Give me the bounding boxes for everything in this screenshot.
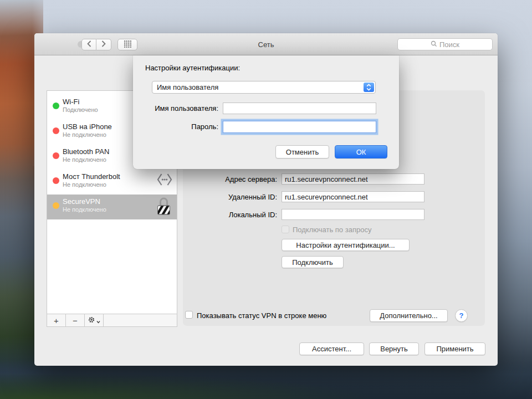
item-name: Bluetooth PAN bbox=[63, 147, 109, 156]
gear-icon bbox=[88, 316, 95, 325]
show-vpn-status-checkbox[interactable] bbox=[185, 311, 193, 319]
vpn-lock-icon bbox=[156, 197, 171, 218]
action-menu-button[interactable] bbox=[85, 314, 104, 326]
assistant-button-label: Ассистент... bbox=[312, 345, 351, 353]
help-button[interactable]: ? bbox=[455, 309, 468, 322]
cancel-button-label: Отменить bbox=[286, 148, 319, 156]
cancel-button[interactable]: Отменить bbox=[275, 145, 329, 158]
item-status: Не подключено bbox=[63, 181, 106, 188]
auth-method-value: Имя пользователя bbox=[157, 83, 218, 91]
connect-button-label: Подключить bbox=[292, 258, 333, 267]
status-dot-yellow bbox=[53, 202, 59, 209]
remove-interface-button[interactable]: − bbox=[66, 314, 85, 326]
item-name: USB на iPhone bbox=[63, 122, 112, 131]
local-id-field[interactable] bbox=[282, 209, 424, 220]
connect-on-demand-label: Подключать по запросу bbox=[293, 226, 371, 234]
item-name: SecureVPN bbox=[63, 197, 100, 206]
connect-button[interactable]: Подключить bbox=[282, 256, 344, 268]
network-preferences-window: Сеть Поиск Wi-Fi Подключено USB на bbox=[34, 33, 498, 366]
item-name: Wi-Fi bbox=[63, 98, 79, 106]
list-item-thunderbolt-bridge[interactable]: Мост Thunderbolt Не подключено bbox=[47, 170, 177, 195]
list-item-securevpn[interactable]: SecureVPN Не подключено bbox=[47, 195, 177, 219]
server-address-label: Адрес сервера: bbox=[190, 175, 277, 183]
sheet-heading: Настройки аутентификации: bbox=[145, 64, 240, 72]
search-icon bbox=[431, 40, 437, 49]
search-placeholder: Поиск bbox=[439, 40, 459, 49]
server-address-field[interactable] bbox=[282, 173, 424, 185]
username-field[interactable] bbox=[223, 103, 376, 114]
item-name: Мост Thunderbolt bbox=[63, 172, 120, 181]
dropdown-stepper-icon bbox=[364, 83, 374, 92]
item-status: Не подключено bbox=[63, 131, 106, 138]
connect-on-demand-checkbox[interactable] bbox=[282, 226, 289, 233]
remote-id-field[interactable] bbox=[282, 191, 424, 202]
assistant-button[interactable]: Ассистент... bbox=[299, 342, 364, 355]
auth-method-dropdown[interactable]: Имя пользователя bbox=[152, 81, 376, 94]
apply-button[interactable]: Применить bbox=[424, 342, 485, 355]
password-field[interactable] bbox=[223, 121, 376, 133]
apply-button-label: Применить bbox=[436, 345, 473, 353]
plus-icon: + bbox=[54, 316, 59, 325]
remote-id-label: Удаленный ID: bbox=[190, 193, 277, 201]
local-id-label: Локальный ID: bbox=[190, 211, 277, 219]
status-dot-green bbox=[53, 103, 59, 109]
wallpaper-valley bbox=[0, 360, 532, 399]
advanced-button[interactable]: Дополнительно... bbox=[370, 309, 448, 322]
status-dot-red bbox=[53, 127, 59, 134]
search-input[interactable]: Поиск bbox=[397, 38, 493, 50]
status-dot-red bbox=[53, 177, 59, 184]
thunderbolt-bridge-icon bbox=[156, 172, 173, 188]
item-status: Не подключено bbox=[63, 156, 106, 163]
titlebar: Сеть Поиск bbox=[34, 33, 498, 55]
ok-button[interactable]: ОК bbox=[335, 145, 387, 158]
status-dot-red bbox=[53, 152, 59, 159]
show-vpn-status-label: Показывать статус VPN в строке меню bbox=[197, 311, 326, 320]
desktop-wallpaper: Сеть Поиск Wi-Fi Подключено USB на bbox=[0, 0, 532, 399]
add-interface-button[interactable]: + bbox=[47, 314, 66, 326]
list-footer-bar: + − bbox=[47, 314, 177, 326]
item-status: Не подключено bbox=[63, 206, 106, 213]
username-label: Имя пользователя: bbox=[141, 104, 218, 112]
revert-button[interactable]: Вернуть bbox=[369, 342, 419, 355]
revert-button-label: Вернуть bbox=[380, 345, 408, 353]
auth-settings-button[interactable]: Настройки аутентификации... bbox=[282, 239, 410, 251]
auth-settings-button-label: Настройки аутентификации... bbox=[296, 241, 395, 249]
question-mark-icon: ? bbox=[459, 311, 464, 320]
ok-button-label: ОК bbox=[356, 148, 366, 156]
password-label: Пароль: bbox=[141, 122, 218, 131]
minus-icon: − bbox=[73, 316, 78, 325]
chevron-down-icon bbox=[96, 316, 100, 325]
item-status: Подключено bbox=[63, 106, 98, 113]
advanced-button-label: Дополнительно... bbox=[380, 311, 437, 320]
authentication-sheet: Настройки аутентификации: Имя пользовате… bbox=[133, 55, 399, 169]
